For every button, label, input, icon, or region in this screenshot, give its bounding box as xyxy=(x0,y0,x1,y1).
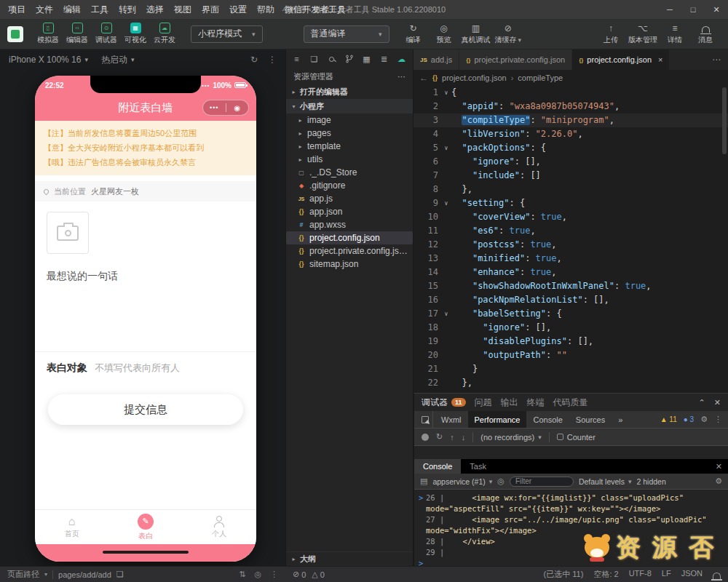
tree-item[interactable]: ▸utils xyxy=(286,153,413,166)
more-icon[interactable]: ⋮ xyxy=(268,55,277,65)
code-line[interactable]: 5∨ "packOptions": { xyxy=(414,141,728,155)
message-input[interactable]: 最想说的一句话 xyxy=(47,270,245,351)
outline-section[interactable]: ▸ 大纲 xyxy=(286,551,413,566)
tabbar-item[interactable]: 个人 xyxy=(183,510,256,544)
devtools-tab[interactable]: Sources xyxy=(569,411,612,428)
collapse-icon[interactable]: ⌃ xyxy=(699,398,705,407)
code-line[interactable]: 17∨ "babelSetting": { xyxy=(414,307,728,321)
page-path-label[interactable]: 页面路径 xyxy=(7,569,39,580)
code-line[interactable]: 21 } xyxy=(414,362,728,376)
devtools-tab[interactable]: » xyxy=(612,411,629,428)
tree-item[interactable]: {}project.private.config.js… xyxy=(286,244,413,258)
menu-item[interactable]: 微信开发者工具 xyxy=(280,4,351,16)
statusbar-item[interactable]: (已选中 11) xyxy=(544,569,584,580)
kebab-menu-icon[interactable]: ⋮ xyxy=(714,415,722,424)
maximize-button[interactable]: □ xyxy=(681,0,705,19)
devtools-tab[interactable]: Performance xyxy=(468,411,527,428)
rotate-icon[interactable]: ↻ xyxy=(250,55,258,65)
gear-icon[interactable]: ⚙ xyxy=(700,415,708,424)
levels-select[interactable]: Default levels ▾ xyxy=(579,477,632,486)
submit-button[interactable]: 提交信息 xyxy=(48,394,243,425)
upload-photo-button[interactable] xyxy=(47,212,89,254)
capsule-menu[interactable]: ••• ◉ xyxy=(202,100,249,116)
code-line[interactable]: 12 "postcss": true, xyxy=(414,238,728,252)
fold-icon[interactable]: ∨ xyxy=(441,196,451,210)
code-line[interactable]: 7 "include": [] xyxy=(414,169,728,183)
debugger-tab[interactable]: 终端 xyxy=(527,396,545,409)
restart-mode-select[interactable]: 热启动 ▾ xyxy=(101,54,135,66)
warning-count-badge[interactable]: ▲ 11 xyxy=(660,415,677,423)
back-arrow-icon[interactable]: ← xyxy=(419,73,428,83)
target-icon[interactable]: ◎ xyxy=(254,570,261,579)
scrollbar-thumb[interactable] xyxy=(722,87,727,154)
reload-icon[interactable]: ↻ xyxy=(436,432,443,442)
menu-item[interactable]: 工具 xyxy=(86,4,114,16)
menu-item[interactable]: 项目 xyxy=(3,4,31,16)
code-line[interactable]: 11 "es6": true, xyxy=(414,224,728,238)
info-count-badge[interactable]: ● 3 xyxy=(684,415,694,423)
console-output[interactable]: >26 | <image wx:for="{{imglist}}" class=… xyxy=(414,490,728,566)
tree-item[interactable]: JSapp.js xyxy=(286,192,413,205)
open-editors-section[interactable]: ▸ 打开的编辑器 xyxy=(286,84,413,99)
code-editor[interactable]: 1∨{2 "appid": "wxa8a0987b05074943",3 "co… xyxy=(414,86,728,392)
tree-item[interactable]: {}sitemap.json xyxy=(286,258,413,271)
console-settings-icon[interactable]: ⚙ xyxy=(715,477,722,486)
console-sidebar-icon[interactable]: ▤ xyxy=(420,477,427,486)
user-avatar[interactable] xyxy=(7,26,23,42)
more-dots-icon[interactable]: ••• xyxy=(203,104,226,111)
record-button[interactable] xyxy=(422,434,429,441)
menu-item[interactable]: 选择 xyxy=(141,4,169,16)
toolbar-button[interactable]: ⊙调试器 xyxy=(92,23,121,45)
code-line[interactable]: 22 }, xyxy=(414,376,728,390)
devtools-tab[interactable]: Console xyxy=(526,411,569,428)
minimize-button[interactable]: ─ xyxy=(658,0,681,19)
fold-icon[interactable]: ∨ xyxy=(441,141,451,155)
copy-path-icon[interactable]: ❏ xyxy=(116,570,124,579)
tree-item[interactable]: ▸image xyxy=(286,113,413,127)
tabbar-item[interactable]: ⌂首页 xyxy=(35,510,108,544)
editor-tab[interactable]: JSadd.js xyxy=(414,49,459,70)
list-icon[interactable]: ≣ xyxy=(379,55,389,64)
debugger-tab[interactable]: 代码质量 xyxy=(553,396,588,409)
mode-select[interactable]: 小程序模式 ▾ xyxy=(191,25,263,43)
problems-indicator[interactable]: ⊘0 △0 xyxy=(285,570,414,579)
code-line[interactable]: 4 "libVersion": "2.26.0", xyxy=(414,127,728,141)
menu-item[interactable]: 设置 xyxy=(224,4,252,16)
tabbar-item[interactable]: ✎表白 xyxy=(108,510,182,544)
code-line[interactable]: 6 "ignore": [], xyxy=(414,155,728,169)
debugger-tab[interactable]: 问题 xyxy=(475,396,492,409)
git-branch-icon[interactable] xyxy=(344,55,354,64)
explorer-more-icon[interactable]: ⋯ xyxy=(397,72,405,81)
statusbar-item[interactable]: JSON xyxy=(681,569,703,580)
compile-select[interactable]: 普通编译 ▾ xyxy=(304,25,389,43)
toolbar-action-button[interactable]: ↑上传 xyxy=(596,23,626,45)
console-tab[interactable]: Task xyxy=(461,459,495,474)
menu-item[interactable]: 编辑 xyxy=(58,4,86,16)
editor-scrollbar[interactable] xyxy=(721,86,728,392)
editor-tab[interactable]: {}project.private.config.json xyxy=(459,49,572,70)
cloud-icon[interactable]: ☁ xyxy=(397,55,406,64)
code-line[interactable]: 14 "enhance": true, xyxy=(414,266,728,279)
target-input[interactable]: 不填写代表向所有人 xyxy=(95,362,180,375)
context-select[interactable]: appservice (#1) ▾ xyxy=(432,477,492,486)
editor-tab[interactable]: {}project.config.json× xyxy=(572,49,670,70)
tree-item[interactable]: {}project.config.json xyxy=(286,231,413,244)
statusbar-item[interactable]: 空格: 2 xyxy=(593,569,618,580)
code-line[interactable]: 3 "compileType": "miniprogram", xyxy=(414,113,728,127)
code-line[interactable]: 19 "disablePlugins": [], xyxy=(414,335,728,348)
counter-checkbox[interactable]: Counter xyxy=(557,433,596,442)
close-console-icon[interactable]: ✕ xyxy=(716,462,728,471)
close-tab-icon[interactable]: × xyxy=(658,55,662,64)
menu-item[interactable]: 视图 xyxy=(169,4,197,16)
code-line[interactable]: 10 "coverView": true, xyxy=(414,210,728,224)
menu-item[interactable]: 帮助 xyxy=(252,4,280,16)
code-line[interactable]: 8 }, xyxy=(414,183,728,196)
search-icon[interactable] xyxy=(327,55,336,64)
menu-item[interactable]: 文件 xyxy=(31,4,58,16)
statusbar-item[interactable]: UTF-8 xyxy=(629,569,652,580)
toolbar-button[interactable]: ▦可视化 xyxy=(121,23,150,45)
code-line[interactable]: 16 "packNpmRelationList": [], xyxy=(414,293,728,307)
kebab-menu-icon[interactable]: ⋮ xyxy=(270,570,278,579)
toolbar-action-button[interactable]: ▥真机调试 xyxy=(459,23,493,45)
statusbar-item[interactable]: LF xyxy=(662,569,671,580)
